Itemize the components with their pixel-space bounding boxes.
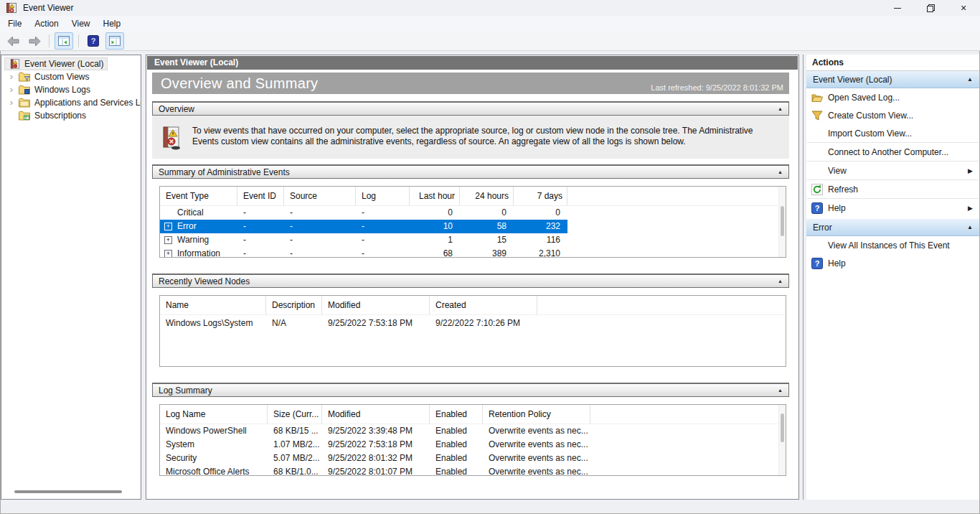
actions-group-header-event-viewer[interactable]: Event Viewer (Local) ▲	[806, 71, 979, 88]
menu-file[interactable]: File	[1, 17, 28, 31]
column-header[interactable]: 24 hours	[460, 187, 514, 205]
recent-nodes-section-header[interactable]: Recently Viewed Nodes ▲	[152, 274, 789, 288]
action-open-saved-log[interactable]: Open Saved Log...	[806, 88, 979, 106]
action-refresh[interactable]: Refresh	[806, 180, 979, 198]
tree-item-label: Windows Logs	[34, 85, 90, 95]
expand-icon[interactable]: +	[164, 250, 172, 258]
event-type: Error	[177, 220, 197, 233]
icon-spacer	[811, 128, 823, 139]
chevron-right-icon[interactable]: ›	[7, 98, 16, 107]
tree-horizontal-scrollbar[interactable]	[4, 490, 138, 494]
summary-table: Event Type Event ID Source Log Last hour…	[159, 186, 786, 258]
icon-spacer	[811, 165, 823, 177]
action-error-help[interactable]: ? Help	[806, 254, 979, 272]
menu-view[interactable]: View	[65, 17, 97, 31]
show-console-tree-button[interactable]	[55, 32, 73, 50]
tree-item-windows-logs[interactable]: › Windows Logs	[1, 83, 141, 96]
table-row-error[interactable]: +Error - - - 10 58 232	[160, 220, 567, 233]
expand-icon[interactable]: +	[164, 236, 172, 244]
tree-item-custom-views[interactable]: › Custom Views	[1, 70, 141, 83]
action-view-all-instances[interactable]: View All Instances of This Event	[806, 236, 979, 254]
overview-banner: Overview and Summary Last refreshed: 9/2…	[152, 73, 789, 94]
column-header[interactable]: Log	[356, 187, 410, 205]
log-modified: 9/25/2022 8:01:07 PM	[322, 465, 430, 476]
column-header[interactable]: Last hour	[410, 187, 460, 205]
column-header[interactable]: Event ID	[237, 187, 284, 205]
tree-item-event-viewer-root[interactable]: Event Viewer (Local)	[1, 57, 141, 70]
event-id: -	[237, 247, 284, 258]
collapse-icon[interactable]: ▲	[778, 106, 783, 111]
days-7: 232	[514, 220, 567, 233]
icon-spacer	[811, 146, 823, 158]
page-title: Overview and Summary	[161, 75, 318, 92]
column-header[interactable]: Name	[160, 296, 266, 314]
table-row-critical[interactable]: Critical - - - 0 0 0	[160, 206, 567, 220]
chevron-right-icon[interactable]: ›	[7, 85, 16, 94]
collapse-icon[interactable]: ▲	[778, 388, 783, 393]
show-action-pane-button[interactable]	[105, 32, 124, 50]
table-row[interactable]: Security 5.07 MB/2... 9/25/2022 8:01:32 …	[160, 452, 786, 465]
pane-divider[interactable]	[803, 55, 804, 500]
action-help[interactable]: ? Help ▶	[806, 199, 979, 217]
summary-section-header[interactable]: Summary of Administrative Events ▲	[152, 164, 789, 179]
collapse-icon[interactable]: ▲	[778, 279, 783, 284]
action-import-custom-view[interactable]: Import Custom View...	[806, 124, 979, 142]
window-title: Event Viewer	[23, 3, 73, 13]
event-type: Warning	[177, 233, 209, 247]
forward-button[interactable]	[25, 32, 44, 50]
expand-icon[interactable]: +	[164, 223, 172, 230]
action-create-custom-view[interactable]: Create Custom View...	[806, 106, 979, 124]
collapse-icon[interactable]: ▲	[778, 169, 783, 174]
close-button[interactable]: ×	[947, 0, 980, 16]
menu-help[interactable]: Help	[97, 17, 128, 31]
column-header[interactable]: Modified	[322, 405, 430, 424]
column-header[interactable]: Description	[266, 296, 322, 314]
column-header[interactable]: Modified	[322, 296, 430, 314]
table-row-warning[interactable]: +Warning - - - 1 15 116	[160, 233, 567, 247]
section-title: Summary of Administrative Events	[159, 167, 778, 177]
log-name: System	[160, 438, 268, 452]
event-viewer-icon	[9, 59, 21, 69]
summary-scrollbar[interactable]	[778, 187, 786, 257]
actions-group-header-error[interactable]: Error ▲	[806, 219, 979, 236]
last-hour: 10	[410, 220, 460, 233]
tree-item-subscriptions[interactable]: Subscriptions	[1, 109, 141, 122]
table-row[interactable]: Windows Logs\System N/A 9/25/2022 7:53:1…	[160, 315, 786, 331]
back-button[interactable]	[4, 32, 22, 50]
column-header[interactable]: Retention Policy	[483, 405, 590, 424]
chevron-right-icon[interactable]: ›	[7, 73, 16, 81]
scrollbar-thumb[interactable]	[781, 413, 784, 442]
column-header[interactable]: Source	[284, 187, 356, 205]
table-row[interactable]: Microsoft Office Alerts 68 KB/1.0... 9/2…	[160, 465, 786, 476]
minimize-button[interactable]	[881, 0, 914, 16]
column-header[interactable]: Enabled	[430, 405, 483, 424]
tree-item-applications-services-logs[interactable]: › Applications and Services Lo	[1, 96, 141, 109]
actions-pane-title: Actions	[806, 55, 979, 71]
action-view[interactable]: View ▶	[806, 162, 979, 179]
action-label: Import Custom View...	[828, 128, 912, 139]
table-row-information[interactable]: +Information - - - 68 389 2,310	[160, 247, 567, 258]
show-action-pane-icon	[109, 36, 121, 46]
log-modified: 9/25/2022 3:39:48 PM	[322, 424, 430, 438]
action-connect-to-another-computer[interactable]: Connect to Another Computer...	[806, 143, 979, 161]
log-summary-section-header[interactable]: Log Summary ▲	[152, 383, 789, 397]
help-toolbar-button[interactable]: ?	[84, 32, 103, 50]
collapse-icon[interactable]: ▲	[967, 76, 973, 83]
collapse-icon[interactable]: ▲	[967, 224, 973, 230]
table-row[interactable]: System 1.07 MB/2... 9/25/2022 7:53:18 PM…	[160, 438, 786, 452]
scrollbar-thumb[interactable]	[781, 206, 784, 236]
log-size: 1.07 MB/2...	[268, 438, 322, 452]
column-header[interactable]: Size (Curr...	[268, 405, 322, 424]
log-summary-scrollbar[interactable]	[778, 405, 786, 475]
last-hour: 0	[410, 206, 460, 220]
column-header[interactable]: Log Name	[160, 405, 268, 424]
table-row[interactable]: Windows PowerShell 68 KB/15 ... 9/25/202…	[160, 424, 786, 438]
overview-section-header[interactable]: Overview ▲	[152, 101, 789, 116]
restore-button[interactable]	[914, 0, 947, 16]
refresh-icon	[811, 184, 823, 195]
scrollbar-thumb[interactable]	[14, 490, 122, 493]
column-header[interactable]: Created	[430, 296, 537, 314]
menu-action[interactable]: Action	[28, 17, 65, 31]
column-header[interactable]: 7 days	[514, 187, 567, 205]
column-header[interactable]: Event Type	[160, 187, 237, 205]
